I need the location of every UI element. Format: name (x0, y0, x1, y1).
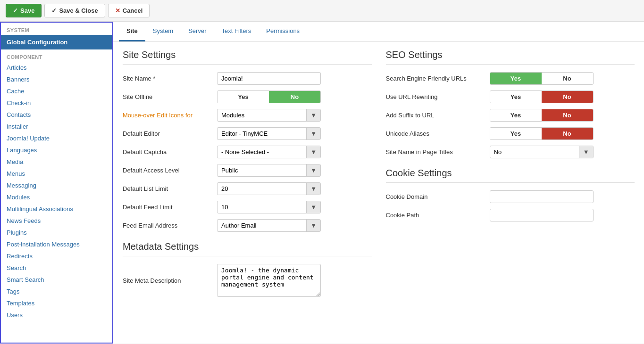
check-icon: ✓ (51, 7, 57, 14)
sidebar-item-messaging[interactable]: Messaging (1, 180, 112, 191)
component-label: COMPONENT (1, 49, 112, 62)
site-offline-no-btn[interactable]: No (269, 91, 320, 103)
default-feed-limit-row: Default Feed Limit 5 10 15 20 25 ▼ (123, 201, 372, 213)
sidebar-item-media[interactable]: Media (1, 156, 112, 168)
add-suffix-row: Add Suffix to URL Yes No (386, 109, 635, 122)
url-rewriting-row: Use URL Rewriting Yes No (386, 90, 635, 103)
default-captcha-select[interactable]: - None Selected - (217, 146, 306, 158)
tab-server[interactable]: Server (181, 22, 214, 41)
url-rewriting-no-btn[interactable]: No (542, 91, 593, 103)
save-button[interactable]: ✓ Save (6, 4, 42, 17)
sidebar-item-installer[interactable]: Installer (1, 121, 112, 132)
site-meta-desc-textarea[interactable]: Joomla! - the dynamic portal engine and … (217, 264, 321, 297)
unicode-aliases-row: Unicode Aliases Yes No (386, 127, 635, 140)
cookie-domain-input[interactable] (490, 190, 594, 203)
tab-text-filters[interactable]: Text Filters (214, 22, 259, 41)
site-settings-title: Site Settings (123, 49, 372, 65)
unicode-aliases-label: Unicode Aliases (386, 130, 490, 137)
default-list-limit-label: Default List Limit (123, 185, 217, 192)
cancel-button[interactable]: ✕ Cancel (108, 4, 150, 17)
url-rewriting-yes-btn[interactable]: Yes (490, 91, 542, 103)
mouseover-row: Mouse-over Edit Icons for Modules Conten… (123, 109, 372, 122)
sidebar-item-plugins[interactable]: Plugins (1, 227, 112, 238)
url-rewriting-toggle: Yes No (490, 90, 594, 103)
default-captcha-arrow-icon: ▼ (306, 146, 320, 158)
default-feed-limit-arrow-icon: ▼ (306, 201, 320, 213)
default-feed-limit-select[interactable]: 5 10 15 20 25 (217, 201, 306, 213)
default-access-row: Default Access Level Public Registered S… (123, 164, 372, 177)
sidebar-item-redirects[interactable]: Redirects (1, 250, 112, 262)
sidebar: SYSTEM Global Configuration COMPONENT Ar… (0, 22, 113, 344)
unicode-aliases-toggle: Yes No (490, 127, 594, 140)
content-area: Site System Server Text Filters Permissi… (113, 22, 644, 344)
cancel-icon: ✕ (115, 7, 120, 14)
mouseover-label: Mouse-over Edit Icons for (123, 112, 217, 119)
add-suffix-no-btn[interactable]: No (542, 109, 593, 121)
feed-email-select[interactable]: Author Email Site Email (217, 220, 306, 231)
global-config-item[interactable]: Global Configuration (1, 35, 112, 49)
site-name-row: Site Name * (123, 72, 372, 85)
default-editor-label: Default Editor (123, 130, 217, 137)
search-friendly-toggle: Yes No (490, 72, 594, 85)
tab-system[interactable]: System (145, 22, 181, 41)
page-content: Site Settings Site Name * Site Offline Y… (113, 42, 644, 310)
sidebar-item-news-feeds[interactable]: News Feeds (1, 215, 112, 227)
sidebar-item-tags[interactable]: Tags (1, 286, 112, 297)
site-offline-toggle: Yes No (217, 90, 321, 103)
feed-email-arrow-icon: ▼ (306, 220, 320, 231)
main-layout: SYSTEM Global Configuration COMPONENT Ar… (0, 22, 644, 344)
sidebar-item-cache[interactable]: Cache (1, 85, 112, 97)
unicode-no-btn[interactable]: No (542, 128, 593, 139)
metadata-section: Metadata Settings Site Meta Description … (123, 241, 372, 297)
site-name-input[interactable] (217, 72, 321, 85)
tab-permissions[interactable]: Permissions (259, 22, 307, 41)
default-list-limit-row: Default List Limit 5 10 15 20 25 30 50 1… (123, 182, 372, 195)
default-feed-limit-label: Default Feed Limit (123, 204, 217, 211)
left-panel: Site Settings Site Name * Site Offline Y… (123, 49, 372, 303)
sidebar-item-languages[interactable]: Languages (1, 144, 112, 156)
add-suffix-toggle: Yes No (490, 109, 594, 122)
sidebar-item-contacts[interactable]: Contacts (1, 109, 112, 121)
mouseover-select[interactable]: Modules Content None (217, 109, 306, 121)
cookie-domain-row: Cookie Domain (386, 190, 635, 203)
sidebar-item-check-in[interactable]: Check-in (1, 97, 112, 109)
site-offline-row: Site Offline Yes No (123, 90, 372, 103)
feed-email-label: Feed Email Address (123, 222, 217, 229)
sidebar-item-articles[interactable]: Articles (1, 62, 112, 74)
search-friendly-label: Search Engine Friendly URLs (386, 75, 490, 82)
tab-site[interactable]: Site (119, 22, 145, 41)
default-captcha-row: Default Captcha - None Selected - ▼ (123, 146, 372, 158)
sidebar-item-multilingual-associations[interactable]: Multilingual Associations (1, 203, 112, 215)
cookie-path-row: Cookie Path (386, 209, 635, 221)
search-friendly-no-btn[interactable]: No (542, 73, 593, 84)
unicode-yes-btn[interactable]: Yes (490, 128, 542, 139)
save-close-button[interactable]: ✓ Save & Close (44, 4, 105, 17)
sidebar-item-post-installation-messages[interactable]: Post-installation Messages (1, 238, 112, 250)
default-list-limit-select[interactable]: 5 10 15 20 25 30 50 100 (217, 183, 306, 195)
default-captcha-label: Default Captcha (123, 148, 217, 156)
default-access-select[interactable]: Public Registered Special (217, 164, 306, 176)
site-name-label: Site Name * (123, 75, 217, 82)
sidebar-item-users[interactable]: Users (1, 309, 112, 321)
sidebar-item-banners[interactable]: Banners (1, 74, 112, 85)
cookie-path-input[interactable] (490, 209, 594, 221)
site-offline-yes-btn[interactable]: Yes (217, 91, 269, 103)
site-name-titles-arrow-icon: ▼ (579, 146, 593, 158)
sidebar-item-menus[interactable]: Menus (1, 168, 112, 180)
sidebar-item-search[interactable]: Search (1, 262, 112, 274)
add-suffix-yes-btn[interactable]: Yes (490, 109, 542, 121)
save-icon: ✓ (13, 7, 18, 14)
sidebar-item-templates[interactable]: Templates (1, 297, 112, 309)
metadata-title: Metadata Settings (123, 241, 372, 256)
sidebar-item-modules[interactable]: Modules (1, 191, 112, 203)
default-editor-row: Default Editor Editor - TinyMCE None Cod… (123, 127, 372, 140)
default-editor-select[interactable]: Editor - TinyMCE None CodeMirror (217, 128, 306, 139)
search-friendly-yes-btn[interactable]: Yes (490, 73, 542, 84)
sidebar-item-joomla!-update[interactable]: Joomla! Update (1, 132, 112, 144)
cookie-path-label: Cookie Path (386, 212, 490, 219)
sidebar-item-smart-search[interactable]: Smart Search (1, 274, 112, 286)
site-meta-desc-row: Site Meta Description Joomla! - the dyna… (123, 264, 372, 297)
site-name-titles-select[interactable]: No Before After (490, 146, 579, 158)
site-meta-desc-label: Site Meta Description (123, 277, 217, 284)
mouseover-arrow-icon: ▼ (306, 109, 320, 121)
